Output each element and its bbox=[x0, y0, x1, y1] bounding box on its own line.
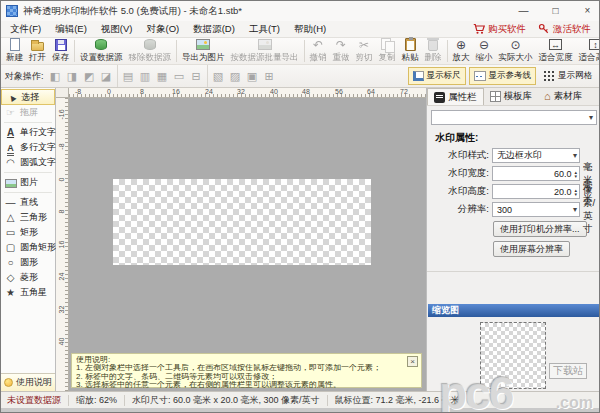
v-tick: -8 bbox=[58, 140, 65, 153]
send-to-back-icon[interactable]: ◪ bbox=[98, 68, 115, 84]
delete-button[interactable]: 删除 bbox=[422, 38, 445, 64]
maximize-button[interactable]: □ bbox=[542, 1, 569, 21]
width-spinner[interactable]: ▴▾ bbox=[574, 170, 577, 178]
copy-button[interactable]: 复制 bbox=[376, 38, 399, 64]
tool-diamond[interactable]: ◇菱形 bbox=[1, 270, 55, 285]
same-size-icon[interactable]: ⊞ bbox=[261, 68, 278, 84]
tool-image[interactable]: 图片 bbox=[1, 175, 55, 190]
save-button[interactable]: 保存 bbox=[49, 38, 72, 64]
menu-help[interactable]: 帮助(H) bbox=[287, 23, 333, 36]
rounded-rectangle-icon: ▢ bbox=[4, 242, 17, 253]
align-center-icon[interactable]: ▥ bbox=[137, 68, 154, 84]
width-input[interactable]: 60.0▴▾ bbox=[492, 166, 580, 181]
design-canvas[interactable]: 使用说明: 1. 左侧对象栏中选择一个工具后，在画布区域按住鼠标左键拖动，即可添… bbox=[69, 98, 426, 391]
zoom-in-button[interactable]: ⊕放大 bbox=[450, 38, 473, 64]
note-close-icon[interactable]: × bbox=[407, 356, 418, 367]
tool-line[interactable]: —直线 bbox=[1, 195, 55, 210]
menu-datasource[interactable]: 数据源(D) bbox=[186, 23, 242, 36]
watermark-properties-title: 水印属性: bbox=[435, 131, 600, 145]
show-guides-toggle[interactable]: 显示参考线 bbox=[469, 67, 537, 85]
tab-templates[interactable]: 模板库 bbox=[484, 88, 539, 105]
align-top-icon[interactable]: ▭ bbox=[171, 68, 188, 84]
undo-button[interactable]: ↶撤销 bbox=[307, 38, 330, 64]
height-input[interactable]: 20.0▴▾ bbox=[492, 184, 580, 199]
show-grid-toggle[interactable]: 显示网格 bbox=[539, 67, 597, 85]
use-printer-dpi-button[interactable]: 使用打印机分辨率... bbox=[493, 221, 587, 237]
show-ruler-toggle[interactable]: 显示标尺 bbox=[408, 67, 466, 85]
tool-pan[interactable]: ☞拖屏 bbox=[1, 105, 55, 120]
tool-circle[interactable]: ○圆形 bbox=[1, 255, 55, 270]
vertical-ruler: -16 -8 0 8 16 24 32 40 bbox=[56, 98, 69, 391]
set-datasource-button[interactable]: 设置数据源 bbox=[77, 38, 126, 64]
tab-properties[interactable]: 属性栏 bbox=[427, 88, 484, 105]
h-tick: 64 bbox=[367, 88, 375, 95]
redo-button[interactable]: ↷重做 bbox=[330, 38, 353, 64]
menu-edit[interactable]: 编辑(E) bbox=[48, 23, 94, 36]
zoom-out-button[interactable]: ⊖缩小 bbox=[473, 38, 496, 64]
align-middle-icon[interactable]: ⊟ bbox=[188, 68, 205, 84]
height-spinner[interactable]: ▴▾ bbox=[574, 188, 577, 196]
activate-software-link[interactable]: 激活软件 bbox=[538, 23, 591, 36]
align-left-icon[interactable]: ▤ bbox=[120, 68, 137, 84]
close-button[interactable]: × bbox=[574, 1, 600, 21]
new-button[interactable]: 新建 bbox=[3, 38, 26, 64]
tool-triangle[interactable]: △三角形 bbox=[1, 210, 55, 225]
bring-to-front-icon[interactable]: ◩ bbox=[81, 68, 98, 84]
style-value: 无边框水印 bbox=[497, 149, 542, 162]
tool-arc-text[interactable]: ◠圆弧文字 bbox=[1, 155, 55, 170]
fit-height-button[interactable]: ↕适合高度 bbox=[576, 38, 600, 64]
batch-export-button[interactable]: 按数据源批量导出 bbox=[228, 38, 302, 64]
status-mouse-position: 鼠标位置: 71.2 毫米, -21.6 毫米 bbox=[335, 394, 460, 407]
same-width-icon[interactable]: ▨ bbox=[227, 68, 244, 84]
usage-note: 使用说明: 1. 左侧对象栏中选择一个工具后，在画布区域按住鼠标左键拖动，即可添… bbox=[71, 353, 422, 388]
sidebar-separator bbox=[4, 122, 52, 123]
image-icon bbox=[4, 177, 17, 188]
guides-icon bbox=[474, 71, 486, 81]
minimize-button[interactable]: — bbox=[510, 1, 537, 21]
spin-down-icon: ▾ bbox=[574, 174, 577, 178]
export-image-button[interactable]: 导出为图片 bbox=[179, 38, 228, 64]
menu-tools[interactable]: 工具(T) bbox=[242, 23, 287, 36]
width-value: 60.0 bbox=[554, 169, 572, 179]
remove-datasource-button[interactable]: 移除数据源 bbox=[126, 38, 175, 64]
actual-size-label: 实际大小 bbox=[499, 52, 533, 64]
tab-templates-label: 模板库 bbox=[504, 90, 533, 103]
tool-rounded-rectangle[interactable]: ▢圆角矩形 bbox=[1, 240, 55, 255]
align-bottom-icon[interactable]: ▧ bbox=[210, 68, 227, 84]
application-window: 神奇透明水印制作软件 5.0 (免费试用) - 未命名1.stb* — □ × … bbox=[0, 0, 600, 413]
send-backward-icon[interactable]: ◨ bbox=[64, 68, 81, 84]
tool-single-line-text[interactable]: A单行文字 bbox=[1, 125, 55, 140]
use-screen-dpi-button[interactable]: 使用屏幕分辨率 bbox=[493, 241, 570, 257]
menu-object[interactable]: 对象(O) bbox=[139, 23, 186, 36]
thumbnail-preview bbox=[480, 322, 546, 389]
open-button[interactable]: 打开 bbox=[26, 38, 49, 64]
fit-width-button[interactable]: ↔适合宽度 bbox=[536, 38, 576, 64]
usage-help-button[interactable]: 使用说明 bbox=[1, 373, 55, 391]
zoom-out-icon: ⊖ bbox=[479, 39, 489, 51]
usage-help-label: 使用说明 bbox=[16, 376, 52, 389]
actual-size-button[interactable]: ⊙实际大小 bbox=[496, 38, 536, 64]
tool-star[interactable]: ★五角星 bbox=[1, 285, 55, 300]
cut-button[interactable]: ✂剪切 bbox=[353, 38, 376, 64]
dpi-dropdown[interactable]: 300▾ bbox=[492, 202, 580, 217]
rectangle-icon: ▭ bbox=[4, 227, 17, 238]
tool-select[interactable]: ▲选择 bbox=[1, 89, 55, 105]
menu-file[interactable]: 文件(F) bbox=[3, 23, 48, 36]
style-dropdown[interactable]: 无边框水印▾ bbox=[492, 148, 580, 163]
buy-software-link[interactable]: 购买软件 bbox=[473, 23, 526, 36]
paste-button[interactable]: 粘贴 bbox=[399, 38, 422, 64]
menu-view[interactable]: 视图(V) bbox=[94, 23, 140, 36]
align-right-icon[interactable]: ▦ bbox=[154, 68, 171, 84]
usage-note-title: 使用说明: bbox=[76, 356, 405, 364]
object-selector-dropdown[interactable]: ▾ bbox=[431, 110, 597, 125]
ruler-corner bbox=[56, 88, 69, 98]
multi-line-text-icon: A bbox=[4, 142, 17, 153]
tool-multi-line-text[interactable]: A多行文字 bbox=[1, 140, 55, 155]
zoom-in-label: 放大 bbox=[453, 52, 470, 64]
tool-rectangle[interactable]: ▭矩形 bbox=[1, 225, 55, 240]
toolbar-separator bbox=[304, 40, 305, 62]
bring-forward-icon[interactable]: ◧ bbox=[47, 68, 64, 84]
tab-materials[interactable]: ⌂素材库 bbox=[538, 88, 588, 105]
same-height-icon[interactable]: ▣ bbox=[244, 68, 261, 84]
watermark-artboard[interactable] bbox=[113, 179, 371, 265]
